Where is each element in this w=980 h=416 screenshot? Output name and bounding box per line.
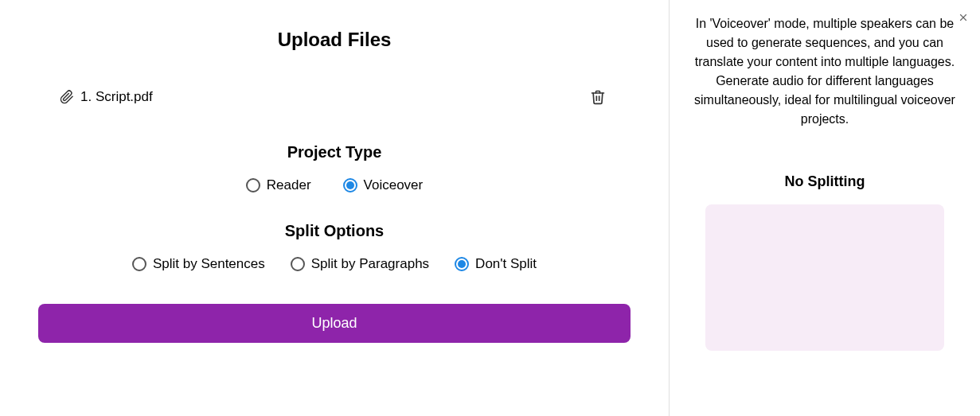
file-name: 1. Script.pdf [80, 89, 153, 105]
side-panel: In 'Voiceover' mode, multiple speakers c… [670, 0, 980, 416]
project-type-heading: Project Type [28, 143, 641, 161]
radio-voiceover[interactable]: Voiceover [343, 177, 424, 193]
radio-icon [343, 178, 357, 192]
radio-reader[interactable]: Reader [246, 177, 311, 193]
radio-split-sentences[interactable]: Split by Sentences [132, 256, 265, 272]
no-splitting-heading: No Splitting [685, 173, 964, 190]
radio-label: Split by Sentences [153, 256, 265, 272]
voiceover-description: In 'Voiceover' mode, multiple speakers c… [685, 14, 964, 129]
radio-icon [291, 257, 305, 271]
radio-icon [132, 257, 146, 271]
radio-dont-split[interactable]: Don't Split [455, 256, 537, 272]
split-options-heading: Split Options [28, 222, 641, 240]
delete-file-button[interactable] [587, 86, 609, 108]
close-icon[interactable] [958, 11, 969, 25]
radio-label: Voiceover [364, 177, 424, 193]
radio-icon [246, 178, 260, 192]
radio-label: Don't Split [475, 256, 537, 272]
paperclip-icon [60, 90, 74, 104]
file-row: 1. Script.pdf [28, 80, 641, 115]
page-title: Upload Files [28, 29, 641, 51]
main-panel: Upload Files 1. Script.pdf Project Type … [0, 0, 670, 416]
preview-thumbnail [705, 204, 944, 351]
radio-label: Split by Paragraphs [311, 256, 429, 272]
project-type-group: Reader Voiceover [28, 177, 641, 193]
radio-label: Reader [267, 177, 311, 193]
upload-button[interactable]: Upload [38, 304, 631, 343]
split-options-group: Split by Sentences Split by Paragraphs D… [28, 256, 641, 272]
radio-icon [455, 257, 469, 271]
radio-split-paragraphs[interactable]: Split by Paragraphs [291, 256, 429, 272]
